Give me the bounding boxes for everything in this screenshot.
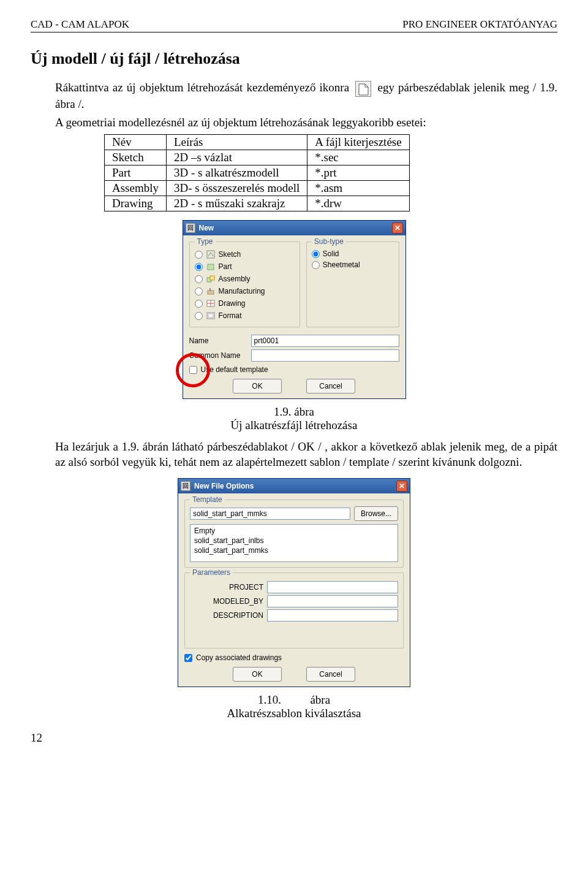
radio-format[interactable] [195,312,203,320]
th-name: Név [105,135,167,150]
radio-sheetmetal[interactable] [312,261,320,269]
type-assembly[interactable]: Assembly [195,273,295,285]
page-header: CAD - CAM ALAPOK PRO ENGINEER OKTATÓANYA… [31,18,557,32]
radio-part[interactable] [195,263,203,271]
svg-rect-0 [207,251,214,258]
app-icon: 回 [186,223,195,233]
svg-rect-1 [208,264,214,270]
page-number: 12 [31,731,557,745]
table-row: Drawing 2D - s műszaki szakrajz *.drw [105,196,410,211]
format-icon [206,311,216,321]
copy-assoc-row[interactable]: Copy associated drawings [184,653,404,662]
param-project-input[interactable] [267,581,398,593]
type-drawing[interactable]: Drawing [195,297,295,310]
header-left: CAD - CAM ALAPOK [31,18,129,31]
list-item[interactable]: Empty [192,526,396,536]
table-header-row: Név Leírás A fájl kiterjesztése [105,135,410,150]
common-name-label: Common Name [189,351,247,360]
header-right: PRO ENGINEER OKTATÓANYAG [402,18,557,31]
app-icon: 回 [181,481,190,491]
table-row: Part 3D - s alkatrészmodell *.prt [105,165,410,181]
type-manufacturing[interactable]: Manufacturing [195,285,295,297]
browse-button[interactable]: Browse... [354,506,398,521]
new-file-icon [355,81,371,97]
paragraph-3: Ha lezárjuk a 1.9. ábrán látható párbesz… [55,439,557,470]
parameters-legend: Parameters [190,568,233,577]
list-item[interactable]: solid_start_part_mmks [192,546,396,555]
template-input[interactable] [190,508,350,520]
subtype-sheetmetal[interactable]: Sheetmetal [312,259,394,270]
name-input[interactable] [251,335,399,347]
titlebar-new[interactable]: 回 New ✕ [183,221,405,235]
copy-assoc-label: Copy associated drawings [196,653,282,662]
type-groupbox: Type Sketch Part Assembly [189,242,300,327]
use-default-template-row[interactable]: Use default template [189,365,399,374]
use-default-label: Use default template [201,365,268,374]
figure-caption-2: 1.10. ábra Alkatrészsablon kiválasztása [31,693,557,720]
param-label-description: DESCRIPTION [190,611,263,620]
radio-drawing[interactable] [195,300,203,308]
type-label: Manufacturing [219,287,265,295]
th-ext: A fájl kiterjesztése [307,135,409,150]
figure-caption-1: 1.9. ábra Új alkatrészfájl létrehozása [31,405,557,432]
assembly-icon [206,274,216,284]
ok-button[interactable]: OK [233,379,282,394]
list-item[interactable]: solid_start_part_inlbs [192,536,396,546]
close-icon[interactable]: ✕ [392,222,403,234]
subtype-solid[interactable]: Solid [312,248,394,259]
subtype-legend: Sub-type [312,237,346,246]
template-listbox[interactable]: Empty solid_start_part_inlbs solid_start… [190,524,398,562]
table-row: Sketch 2D –s vázlat *.sec [105,150,410,165]
paragraph-1: Rákattintva az új objektum létrehozását … [55,80,557,112]
type-label: Format [219,311,242,320]
type-label: Assembly [219,275,251,283]
use-default-checkbox[interactable] [189,366,197,374]
cancel-button[interactable]: Cancel [306,667,355,682]
type-legend: Type [195,237,216,246]
param-modeledby-input[interactable] [267,595,398,607]
sketch-icon [206,249,216,259]
param-label-modeledby: MODELED_BY [190,597,263,606]
subtype-label: Solid [323,249,339,258]
radio-assembly[interactable] [195,275,203,283]
svg-rect-5 [209,288,211,291]
paragraph-2: A geometriai modellezésnél az új objektu… [55,115,557,131]
manufacturing-icon [206,286,216,296]
titlebar-options[interactable]: 回 New File Options ✕ [178,479,410,493]
type-label: Drawing [219,299,246,308]
radio-manufacturing[interactable] [195,287,203,295]
svg-rect-3 [210,276,214,280]
radio-solid[interactable] [312,250,320,258]
common-name-input[interactable] [251,349,399,362]
type-part[interactable]: Part [195,261,295,273]
drawing-icon [206,299,216,308]
dialog-title: New File Options [194,482,254,490]
type-format[interactable]: Format [195,310,295,322]
section-title: Új modell / új fájl / létrehozása [31,50,557,68]
type-label: Sketch [219,250,241,259]
radio-sketch[interactable] [195,251,203,259]
name-label: Name [189,337,247,345]
subtype-label: Sheetmetal [323,261,360,269]
part-icon [206,262,216,272]
param-label-project: PROJECT [190,583,263,591]
th-desc: Leírás [167,135,307,150]
parameters-groupbox: Parameters PROJECT MODELED_BY DESCRIPTIO… [184,572,404,648]
type-label: Part [219,262,232,271]
ok-button[interactable]: OK [233,667,282,682]
template-groupbox: Template Browse... Empty solid_start_par… [184,500,404,568]
param-description-input[interactable] [267,609,398,622]
file-types-table: Név Leírás A fájl kiterjesztése Sketch 2… [104,134,410,211]
copy-assoc-checkbox[interactable] [184,654,192,662]
new-file-options-dialog: 回 New File Options ✕ Template Browse... … [178,478,410,687]
type-sketch[interactable]: Sketch [195,248,295,261]
dialog-title: New [199,224,214,232]
new-dialog: 回 New ✕ Type Sketch Part [183,220,406,399]
table-row: Assembly 3D- s összeszerelés modell *.as… [105,181,410,196]
subtype-groupbox: Sub-type Solid Sheetmetal [306,242,399,327]
close-icon[interactable]: ✕ [396,481,407,492]
para1a: Rákattintva az új objektum létrehozását … [55,81,349,94]
template-legend: Template [190,495,225,504]
cancel-button[interactable]: Cancel [306,379,355,394]
